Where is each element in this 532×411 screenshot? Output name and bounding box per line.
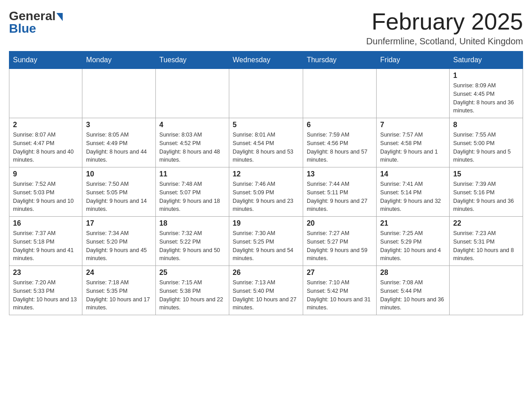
calendar-week-row: 9Sunrise: 7:52 AMSunset: 5:03 PMDaylight… [9,167,523,217]
day-number: 9 [13,170,78,178]
calendar-cell: 11Sunrise: 7:48 AMSunset: 5:07 PMDayligh… [155,167,229,217]
day-number: 21 [380,219,446,227]
calendar-cell: 17Sunrise: 7:34 AMSunset: 5:20 PMDayligh… [82,217,155,266]
day-header-thursday: Thursday [303,51,376,69]
day-info: Sunrise: 7:37 AMSunset: 5:18 PMDaylight:… [13,229,78,263]
day-info: Sunrise: 8:09 AMSunset: 4:45 PMDaylight:… [453,81,519,115]
calendar-cell: 16Sunrise: 7:37 AMSunset: 5:18 PMDayligh… [9,217,82,266]
day-number: 18 [159,219,225,227]
day-info: Sunrise: 7:34 AMSunset: 5:20 PMDaylight:… [86,229,151,263]
day-number: 10 [86,170,151,178]
day-number: 7 [380,121,446,129]
calendar-cell: 22Sunrise: 7:23 AMSunset: 5:31 PMDayligh… [449,217,523,266]
day-header-monday: Monday [82,51,155,69]
calendar-cell: 19Sunrise: 7:30 AMSunset: 5:25 PMDayligh… [229,217,303,266]
day-info: Sunrise: 8:07 AMSunset: 4:47 PMDaylight:… [13,131,78,164]
calendar-week-row: 1Sunrise: 8:09 AMSunset: 4:45 PMDaylight… [9,69,523,118]
day-info: Sunrise: 7:44 AMSunset: 5:11 PMDaylight:… [307,180,373,214]
day-info: Sunrise: 7:50 AMSunset: 5:05 PMDaylight:… [86,180,151,214]
calendar-cell: 9Sunrise: 7:52 AMSunset: 5:03 PMDaylight… [9,167,82,217]
calendar-cell [303,69,376,118]
calendar-week-row: 23Sunrise: 7:20 AMSunset: 5:33 PMDayligh… [9,266,523,315]
day-info: Sunrise: 7:23 AMSunset: 5:31 PMDaylight:… [453,229,519,263]
day-number: 19 [233,219,299,227]
day-number: 5 [233,121,299,129]
calendar-cell: 5Sunrise: 8:01 AMSunset: 4:54 PMDaylight… [229,118,303,167]
day-number: 12 [233,170,299,178]
day-number: 2 [13,121,78,129]
day-info: Sunrise: 8:01 AMSunset: 4:54 PMDaylight:… [233,131,299,164]
calendar-cell: 18Sunrise: 7:32 AMSunset: 5:22 PMDayligh… [155,217,229,266]
calendar-table: SundayMondayTuesdayWednesdayThursdayFrid… [9,51,523,315]
calendar-cell [155,69,229,118]
calendar-cell: 28Sunrise: 7:08 AMSunset: 5:44 PMDayligh… [377,266,450,315]
page-header: General Blue February 2025 Dunfermline, … [9,9,523,47]
day-info: Sunrise: 7:15 AMSunset: 5:38 PMDaylight:… [159,278,225,312]
calendar-cell: 1Sunrise: 8:09 AMSunset: 4:45 PMDaylight… [449,69,523,118]
day-info: Sunrise: 7:41 AMSunset: 5:14 PMDaylight:… [380,180,446,214]
day-header-sunday: Sunday [9,51,82,69]
day-number: 28 [380,269,446,277]
day-number: 8 [453,121,519,129]
calendar-cell [82,69,155,118]
calendar-cell: 23Sunrise: 7:20 AMSunset: 5:33 PMDayligh… [9,266,82,315]
day-number: 1 [453,72,519,80]
calendar-cell: 2Sunrise: 8:07 AMSunset: 4:47 PMDaylight… [9,118,82,167]
day-number: 6 [307,121,373,129]
day-info: Sunrise: 7:25 AMSunset: 5:29 PMDaylight:… [380,229,446,263]
calendar-cell: 7Sunrise: 7:57 AMSunset: 4:58 PMDaylight… [377,118,450,167]
day-number: 25 [159,269,225,277]
day-number: 26 [233,269,299,277]
calendar-cell: 12Sunrise: 7:46 AMSunset: 5:09 PMDayligh… [229,167,303,217]
day-number: 11 [159,170,225,178]
day-number: 4 [159,121,225,129]
title-section: February 2025 Dunfermline, Scotland, Uni… [366,9,523,47]
calendar-cell: 26Sunrise: 7:13 AMSunset: 5:40 PMDayligh… [229,266,303,315]
day-header-tuesday: Tuesday [155,51,229,69]
calendar-cell: 20Sunrise: 7:27 AMSunset: 5:27 PMDayligh… [303,217,376,266]
day-number: 17 [86,219,151,227]
day-header-saturday: Saturday [449,51,523,69]
day-info: Sunrise: 7:13 AMSunset: 5:40 PMDaylight:… [233,278,299,312]
day-info: Sunrise: 7:39 AMSunset: 5:16 PMDaylight:… [453,180,519,214]
location: Dunfermline, Scotland, United Kingdom [366,36,523,47]
calendar-cell: 24Sunrise: 7:18 AMSunset: 5:35 PMDayligh… [82,266,155,315]
logo-blue-text: Blue [9,21,36,36]
day-number: 3 [86,121,151,129]
day-info: Sunrise: 8:03 AMSunset: 4:52 PMDaylight:… [159,131,225,164]
day-number: 14 [380,170,446,178]
day-info: Sunrise: 7:48 AMSunset: 5:07 PMDaylight:… [159,180,225,214]
day-info: Sunrise: 7:30 AMSunset: 5:25 PMDaylight:… [233,229,299,263]
month-title: February 2025 [366,9,523,34]
calendar-week-row: 16Sunrise: 7:37 AMSunset: 5:18 PMDayligh… [9,217,523,266]
day-number: 22 [453,219,519,227]
day-info: Sunrise: 7:18 AMSunset: 5:35 PMDaylight:… [86,278,151,312]
calendar-cell: 3Sunrise: 8:05 AMSunset: 4:49 PMDaylight… [82,118,155,167]
day-number: 16 [13,219,78,227]
calendar-cell [229,69,303,118]
day-info: Sunrise: 7:55 AMSunset: 5:00 PMDaylight:… [453,131,519,164]
day-info: Sunrise: 7:57 AMSunset: 4:58 PMDaylight:… [380,131,446,164]
day-header-wednesday: Wednesday [229,51,303,69]
calendar-cell [449,266,523,315]
day-info: Sunrise: 7:08 AMSunset: 5:44 PMDaylight:… [380,278,446,312]
calendar-cell: 4Sunrise: 8:03 AMSunset: 4:52 PMDaylight… [155,118,229,167]
calendar-cell: 10Sunrise: 7:50 AMSunset: 5:05 PMDayligh… [82,167,155,217]
day-header-friday: Friday [377,51,450,69]
day-number: 13 [307,170,373,178]
calendar-cell: 14Sunrise: 7:41 AMSunset: 5:14 PMDayligh… [377,167,450,217]
day-info: Sunrise: 7:52 AMSunset: 5:03 PMDaylight:… [13,180,78,214]
day-info: Sunrise: 7:10 AMSunset: 5:42 PMDaylight:… [307,278,373,312]
day-number: 24 [86,269,151,277]
calendar-cell: 15Sunrise: 7:39 AMSunset: 5:16 PMDayligh… [449,167,523,217]
calendar-cell: 6Sunrise: 7:59 AMSunset: 4:56 PMDaylight… [303,118,376,167]
day-info: Sunrise: 7:32 AMSunset: 5:22 PMDaylight:… [159,229,225,263]
day-number: 27 [307,269,373,277]
calendar-week-row: 2Sunrise: 8:07 AMSunset: 4:47 PMDaylight… [9,118,523,167]
day-number: 15 [453,170,519,178]
day-info: Sunrise: 7:59 AMSunset: 4:56 PMDaylight:… [307,131,373,164]
calendar-cell [377,69,450,118]
day-info: Sunrise: 7:20 AMSunset: 5:33 PMDaylight:… [13,278,78,312]
calendar-cell: 8Sunrise: 7:55 AMSunset: 5:00 PMDaylight… [449,118,523,167]
calendar-cell: 27Sunrise: 7:10 AMSunset: 5:42 PMDayligh… [303,266,376,315]
